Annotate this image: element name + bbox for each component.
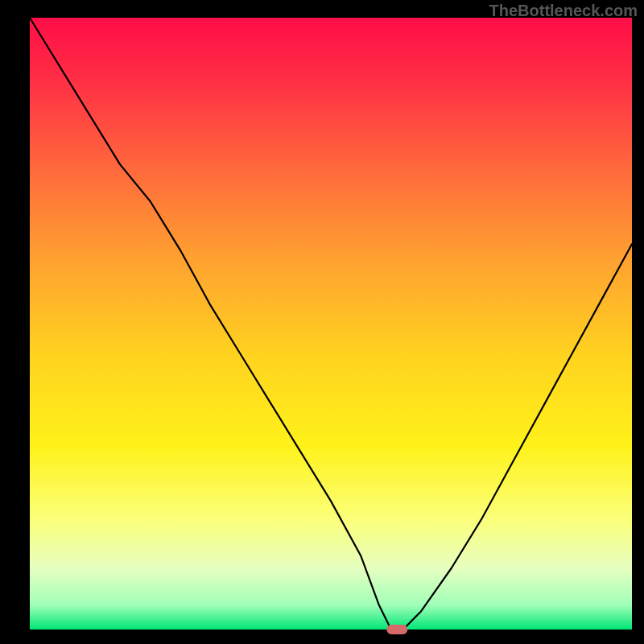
chart-frame: TheBottleneck.com xyxy=(0,0,644,644)
chart-background xyxy=(30,18,632,630)
watermark-text: TheBottleneck.com xyxy=(489,2,638,20)
bottleneck-chart xyxy=(0,0,644,644)
optimal-point-marker xyxy=(386,625,407,634)
